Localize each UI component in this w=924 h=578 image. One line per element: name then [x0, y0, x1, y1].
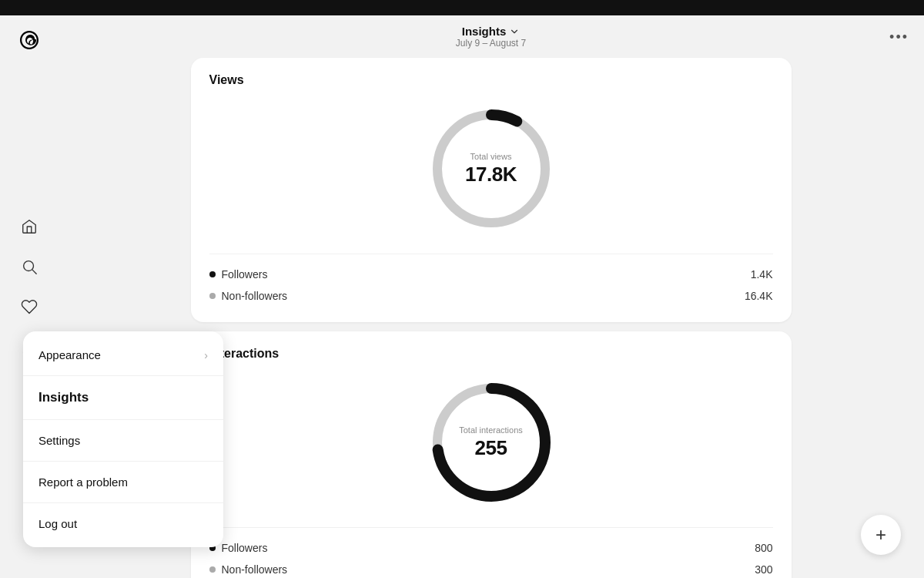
- popup-item-settings[interactable]: Settings: [23, 423, 223, 458]
- views-legend-followers: Followers 1.4K: [209, 264, 773, 285]
- popup-logout-label: Log out: [38, 517, 77, 530]
- views-nonfollowers-label: Non-followers: [222, 290, 288, 302]
- header-subtitle: July 9 – August 7: [456, 38, 526, 49]
- interactions-legend-followers: Followers 800: [209, 537, 773, 559]
- nonfollowers-dot: [209, 293, 216, 299]
- popup-item-appearance[interactable]: Appearance ›: [23, 338, 223, 372]
- popup-menu: Appearance › Insights Settings Report a …: [23, 331, 223, 547]
- interactions-legend: Followers 800 Non-followers 300: [209, 527, 773, 578]
- top-bar: [0, 0, 924, 15]
- header-center: Insights July 9 – August 7: [456, 25, 526, 49]
- views-donut-label: Total views: [465, 152, 517, 161]
- interactions-legend-nonfollowers: Non-followers 300: [209, 559, 773, 578]
- interactions-followers-label: Followers: [222, 542, 268, 554]
- interactions-nonfollowers-dot: [209, 566, 216, 573]
- interactions-donut-value: 255: [459, 436, 523, 460]
- sidebar-icon-activity[interactable]: [12, 290, 46, 324]
- followers-dot: [209, 271, 216, 277]
- header-title-text: Insights: [462, 25, 507, 38]
- svg-point-0: [23, 261, 33, 271]
- popup-divider-2: [23, 419, 223, 420]
- interactions-legend-nonfollowers-left: Non-followers: [209, 563, 288, 576]
- header-title[interactable]: Insights: [462, 25, 521, 38]
- sidebar-icon-home[interactable]: [12, 210, 46, 244]
- threads-logo[interactable]: [17, 28, 42, 55]
- interactions-donut-label: Total interactions: [459, 425, 523, 435]
- views-followers-value: 1.4K: [751, 268, 773, 281]
- interactions-chart-container: Total interactions 255: [209, 373, 773, 512]
- views-followers-label: Followers: [222, 268, 268, 281]
- views-legend-nonfollowers-left: Non-followers: [209, 290, 288, 302]
- interactions-card: Interactions Total interactions 255: [191, 331, 792, 578]
- chevron-down-icon: [509, 26, 520, 37]
- popup-item-logout[interactable]: Log out: [23, 506, 223, 541]
- popup-appearance-chevron: ›: [204, 349, 208, 361]
- views-card: Views Total views 17.8K: [191, 58, 792, 322]
- interactions-followers-value: 800: [755, 542, 772, 554]
- sidebar-icon-search[interactable]: [12, 250, 46, 284]
- views-nonfollowers-value: 16.4K: [745, 290, 773, 302]
- views-legend-followers-left: Followers: [209, 268, 268, 281]
- svg-line-1: [32, 270, 36, 274]
- header: Insights July 9 – August 7 •••: [58, 15, 924, 58]
- popup-item-insights[interactable]: Insights: [23, 379, 223, 416]
- header-more-button[interactable]: •••: [889, 29, 909, 45]
- views-donut: Total views 17.8K: [422, 99, 561, 238]
- interactions-nonfollowers-label: Non-followers: [222, 563, 288, 576]
- views-legend-nonfollowers: Non-followers 16.4K: [209, 285, 773, 307]
- fab-icon: +: [875, 524, 886, 546]
- popup-report-label: Report a problem: [38, 476, 128, 489]
- interactions-card-title: Interactions: [209, 347, 773, 361]
- interactions-donut-center: Total interactions 255: [459, 425, 523, 460]
- popup-divider-3: [23, 461, 223, 462]
- views-legend: Followers 1.4K Non-followers 16.4K: [209, 254, 773, 307]
- interactions-nonfollowers-value: 300: [755, 563, 772, 576]
- popup-divider-4: [23, 502, 223, 503]
- popup-item-report[interactable]: Report a problem: [23, 465, 223, 499]
- popup-settings-label: Settings: [38, 434, 80, 447]
- popup-insights-label: Insights: [38, 390, 89, 405]
- popup-divider-1: [23, 375, 223, 376]
- views-donut-center: Total views 17.8K: [465, 152, 517, 187]
- interactions-donut: Total interactions 255: [422, 373, 561, 512]
- views-card-title: Views: [209, 73, 773, 87]
- views-chart-container: Total views 17.8K: [209, 99, 773, 238]
- popup-appearance-label: Appearance: [38, 348, 101, 361]
- cards-container: Views Total views 17.8K: [176, 58, 807, 578]
- fab-button[interactable]: +: [861, 515, 901, 555]
- views-donut-value: 17.8K: [465, 163, 517, 187]
